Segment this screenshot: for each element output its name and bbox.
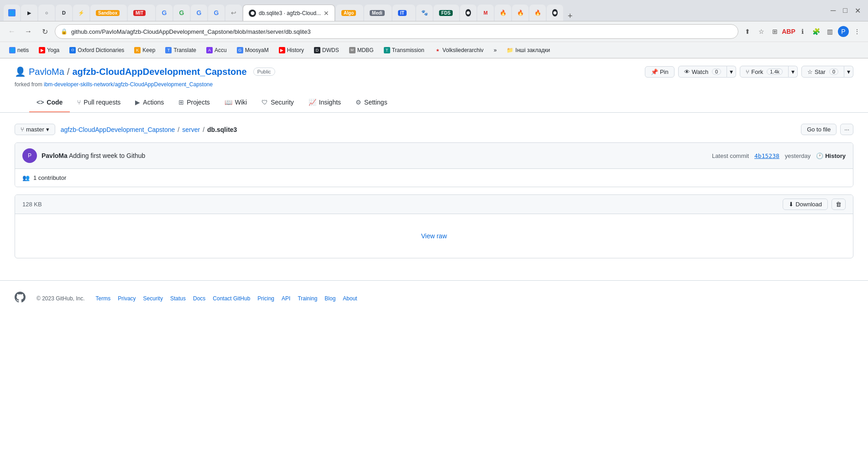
tab-g4[interactable]: G [208,5,225,21]
bookmark-oxford[interactable]: O Oxford Dictionaries [66,46,128,55]
tab-d[interactable]: D [56,5,72,21]
footer-docs[interactable]: Docs [193,295,205,302]
tab-fds[interactable]: FDS [434,5,459,21]
nav-projects[interactable]: ⊞ Projects [171,93,217,112]
bookmark-keep[interactable]: K Keep [131,46,159,55]
adblock-icon[interactable]: ABP [783,26,794,37]
watch-dropdown[interactable]: ▾ [727,66,736,78]
tab-algo[interactable]: Algo [336,5,363,21]
view-raw-link[interactable]: View raw [421,232,447,240]
tab-g5[interactable]: ↩ [225,5,242,21]
repo-name-link[interactable]: agfzb-CloudAppDevelopment_Capstone [72,67,246,77]
bookmark-accu[interactable]: A Accu [203,46,230,55]
footer-about[interactable]: About [343,295,357,302]
tab-it[interactable]: IT [392,5,415,21]
tab-search[interactable]: ⚡ [73,5,89,21]
bookmark-volkslieder[interactable]: ★ Volksliederarchiv [431,46,487,55]
bookmark-yoga[interactable]: ▶ Yoga [35,46,63,55]
bookmark-transmission[interactable]: T Transmission [380,46,428,55]
reload-button[interactable]: ↻ [38,25,51,38]
tab-github-active[interactable]: ⬤ db.sqlite3 · agfzb-Cloud... ✕ [243,5,335,21]
repo-owner-link[interactable]: PavloMa [29,67,64,77]
history-link[interactable]: 🕐 History [816,152,846,159]
forward-button[interactable]: → [22,25,35,38]
bookmark-other[interactable]: 📁 Інші закладки [503,46,554,55]
tab-paw[interactable]: 🐾 [416,5,433,21]
new-tab-button[interactable]: + [564,11,576,21]
nav-security[interactable]: 🛡 Security [254,93,301,112]
tab-gmail[interactable]: M [477,5,494,21]
extension1-icon[interactable]: ⊞ [769,26,780,37]
bookmark-more[interactable]: » [490,46,501,55]
latest-commit-label: Latest commit [712,152,749,159]
footer-security[interactable]: Security [143,295,163,302]
branch-selector[interactable]: ⑂ master ▾ [15,124,55,135]
bookmark-moosyam[interactable]: G MoosyaM [233,46,272,55]
bookmark-mdbg[interactable]: M MDBG [345,46,377,55]
fork-dropdown[interactable]: ▾ [789,66,798,78]
fork-button[interactable]: ⑂ Fork 1.4k [740,66,789,78]
address-input[interactable]: github.com/PavloMa/agfzb-CloudAppDevelop… [71,28,732,35]
goto-file-button[interactable]: Go to file [801,124,837,135]
star-button[interactable]: ☆ Star 0 [801,66,844,78]
tab-netis[interactable]: 🌐 [4,5,20,21]
tab-close-icon[interactable]: ✕ [324,10,329,17]
breadcrumb-folder[interactable]: server [182,126,200,133]
nav-settings[interactable]: ⚙ Settings [348,93,395,112]
footer-api[interactable]: API [282,295,290,302]
tab-gh2[interactable]: ⬤ [460,5,476,21]
tab-medi[interactable]: Medi [364,5,392,21]
share-icon[interactable]: ⬆ [742,26,753,37]
star-dropdown[interactable]: ▾ [844,66,853,78]
footer-terms[interactable]: Terms [96,295,111,302]
footer-status[interactable]: Status [170,295,186,302]
address-bar[interactable]: 🔒 github.com/PavloMa/agfzb-CloudAppDevel… [55,24,738,39]
puzzle-icon[interactable]: 🧩 [810,26,821,37]
tab-g1[interactable]: G [156,5,173,21]
tab-fire3[interactable]: 🔥 [529,5,546,21]
footer-blog[interactable]: Blog [324,295,335,302]
footer-contact[interactable]: Contact GitHub [213,295,250,302]
tab-fire2[interactable]: 🔥 [512,5,528,21]
nav-pull-requests[interactable]: ⑂ Pull requests [70,93,128,112]
breadcrumb-repo[interactable]: agfzb-CloudAppDevelopment_Capstone [61,126,175,133]
tab-ghb[interactable]: ⬤ [547,5,563,21]
bookmark-history[interactable]: ▶ History [275,46,308,55]
bookmark-translate[interactable]: T Translate [162,46,200,55]
footer-training[interactable]: Training [298,295,317,302]
tab-fire1[interactable]: 🔥 [495,5,511,21]
tab-it-badge: IT [398,10,407,16]
nav-actions[interactable]: ▶ Actions [128,93,171,112]
tab-youtube[interactable]: ▶ [21,5,37,21]
window-close[interactable]: ✕ [855,6,861,15]
window-minimize[interactable]: ─ [831,6,836,15]
forked-from-link[interactable]: ibm-developer-skills-network/agfzb-Cloud… [44,81,213,88]
tab-3[interactable]: ○ [38,5,55,21]
window-maximize[interactable]: □ [843,6,847,15]
more-options-button[interactable]: ··· [840,124,853,135]
menu-icon[interactable]: ⋮ [852,26,863,37]
tab-sandbox[interactable]: Sandbox [90,5,127,21]
tab-g2[interactable]: G [173,5,190,21]
keep-favicon: K [134,47,141,53]
watch-button[interactable]: 👁 Watch 0 [678,66,727,78]
back-button[interactable]: ← [5,25,18,38]
commit-hash-link[interactable]: 4b15238 [754,152,779,159]
bookmark-netis[interactable]: 🌐 netis [5,46,32,55]
sidebar-icon[interactable]: ▥ [824,26,835,37]
bookmark-icon[interactable]: ☆ [756,26,767,37]
download-button[interactable]: ⬇ Download [783,199,828,210]
bookmark-dwds[interactable]: D DWDS [310,46,343,55]
tab-g3[interactable]: G [191,5,207,21]
footer-pricing[interactable]: Pricing [257,295,274,302]
delete-button[interactable]: 🗑 [831,199,846,210]
tab-mit[interactable]: MIT [128,5,155,21]
profile-icon[interactable]: P [838,26,849,37]
nav-wiki[interactable]: 📖 Wiki [217,93,254,112]
pin-button[interactable]: 📌 Pin [645,66,675,78]
commit-author[interactable]: PavloMa [42,152,68,159]
footer-privacy[interactable]: Privacy [118,295,136,302]
nav-code[interactable]: <> Code [29,93,70,112]
info-icon[interactable]: ℹ [797,26,808,37]
nav-insights[interactable]: 📈 Insights [301,93,348,112]
